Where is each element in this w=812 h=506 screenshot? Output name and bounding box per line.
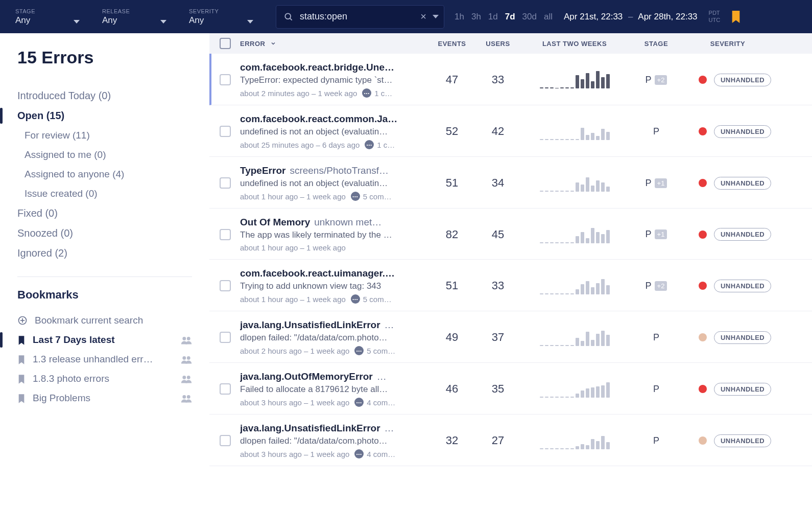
users-count: 33 bbox=[475, 279, 521, 292]
row-checkbox[interactable] bbox=[220, 229, 231, 240]
severity-dot bbox=[699, 385, 707, 393]
filter-release-label: RELEASE bbox=[102, 8, 169, 14]
row-checkbox[interactable] bbox=[220, 74, 231, 85]
row-checkbox[interactable] bbox=[220, 126, 231, 137]
column-stage[interactable]: STAGE bbox=[628, 40, 684, 48]
severity-badge: UNHANDLED bbox=[714, 383, 771, 396]
chevron-down-icon[interactable] bbox=[433, 15, 439, 18]
svg-point-10 bbox=[187, 376, 190, 379]
bookmark-icon bbox=[17, 374, 26, 384]
table-row[interactable]: Out Of Memoryunknown met…The app was lik… bbox=[209, 209, 812, 260]
row-checkbox[interactable] bbox=[220, 332, 231, 343]
row-checkbox[interactable] bbox=[220, 177, 231, 189]
search-input[interactable]: status:open × bbox=[276, 5, 444, 29]
error-message: The app was likely terminated by the … bbox=[240, 230, 429, 240]
row-checkbox[interactable] bbox=[220, 280, 231, 291]
time-range-3h[interactable]: 3h bbox=[471, 12, 481, 22]
stage-cell: P bbox=[628, 332, 684, 343]
comments-count: 5 com… bbox=[367, 347, 395, 355]
table-row[interactable]: com.facebook.react.uimanager.…Trying to … bbox=[209, 260, 812, 311]
comments-icon bbox=[354, 449, 364, 458]
table-row[interactable]: java.lang.OutOfMemoryError…Failed to all… bbox=[209, 363, 812, 415]
time-range-7d[interactable]: 7d bbox=[505, 12, 515, 22]
stage-extra-badge: +1 bbox=[655, 178, 667, 188]
clear-search-icon[interactable]: × bbox=[416, 11, 431, 22]
time-range-1d[interactable]: 1d bbox=[488, 12, 498, 22]
bookmark-label: 1.3 release unhandled err… bbox=[33, 354, 174, 365]
sidebar-item[interactable]: Issue created (0) bbox=[17, 184, 192, 203]
filter-stage[interactable]: STAGE Any bbox=[15, 8, 82, 26]
column-error[interactable]: ERROR bbox=[240, 40, 429, 48]
sidebar-item[interactable]: Assigned to me (0) bbox=[17, 145, 192, 165]
events-count: 51 bbox=[429, 279, 475, 292]
column-events[interactable]: EVENTS bbox=[429, 40, 475, 48]
filter-severity[interactable]: SEVERITY Any bbox=[189, 8, 255, 26]
bookmark-item[interactable]: 1.8.3 photo errors bbox=[17, 369, 192, 388]
table-row[interactable]: java.lang.UnsatisfiedLinkError…dlopen fa… bbox=[209, 415, 812, 466]
users-count: 45 bbox=[475, 228, 521, 241]
filter-release[interactable]: RELEASE Any bbox=[102, 8, 169, 26]
error-title: java.lang.UnsatisfiedLinkError… bbox=[240, 319, 429, 331]
error-time: about 2 minutes ago – 1 week ago bbox=[240, 89, 357, 98]
sidebar-item[interactable]: Snoozed (0) bbox=[17, 223, 192, 243]
severity-badge: UNHANDLED bbox=[714, 228, 771, 241]
table-row[interactable]: com.facebook.react.common.Ja…undefined i… bbox=[209, 105, 812, 157]
error-message: undefined is not an object (evaluatin… bbox=[240, 127, 429, 137]
share-icon[interactable] bbox=[181, 374, 192, 383]
bookmark-item[interactable]: Last 7 Days latest bbox=[17, 330, 192, 350]
bookmark-item[interactable]: Big Problems bbox=[17, 388, 192, 408]
table-row[interactable]: com.facebook.react.bridge.Une…TypeError:… bbox=[209, 54, 812, 105]
severity-badge: UNHANDLED bbox=[714, 280, 771, 292]
sidebar-item[interactable]: Open (15) bbox=[17, 106, 192, 126]
comments-count: 1 c… bbox=[374, 89, 392, 98]
share-icon[interactable] bbox=[181, 394, 192, 403]
stage-extra-badge: +2 bbox=[655, 75, 667, 85]
time-range-picker: 1h3h1d7d30dall bbox=[455, 12, 553, 22]
sparkline bbox=[521, 226, 628, 243]
severity-dot bbox=[699, 436, 707, 445]
error-message: dlopen failed: "/data/data/com.photo… bbox=[240, 333, 429, 343]
bookmark-icon[interactable] bbox=[730, 10, 742, 24]
filter-severity-value: Any bbox=[189, 15, 255, 26]
error-time: about 2 hours ago – 1 week ago bbox=[240, 347, 349, 355]
date-to: Apr 28th, 22:33 bbox=[638, 12, 697, 21]
bookmark-current-search[interactable]: Bookmark current search bbox=[17, 311, 192, 330]
sidebar-item[interactable]: Assigned to anyone (4) bbox=[17, 165, 192, 184]
error-title: com.facebook.react.bridge.Une… bbox=[240, 62, 429, 73]
row-checkbox[interactable] bbox=[220, 383, 231, 395]
sidebar-item[interactable]: Introduced Today (0) bbox=[17, 86, 192, 106]
select-all-checkbox[interactable] bbox=[220, 38, 231, 49]
users-count: 34 bbox=[475, 176, 521, 190]
share-icon[interactable] bbox=[181, 335, 192, 344]
row-checkbox[interactable] bbox=[220, 435, 231, 446]
date-dash: – bbox=[628, 12, 633, 21]
sidebar-item[interactable]: Fixed (0) bbox=[17, 203, 192, 223]
sidebar-item[interactable]: Ignored (2) bbox=[17, 243, 192, 263]
sidebar-item[interactable]: For review (11) bbox=[17, 126, 192, 145]
filter-stage-value: Any bbox=[15, 15, 82, 26]
table-row[interactable]: java.lang.UnsatisfiedLinkError…dlopen fa… bbox=[209, 311, 812, 363]
svg-point-11 bbox=[182, 395, 186, 399]
date-range[interactable]: Apr 21st, 22:33 – Apr 28th, 22:33 bbox=[564, 12, 698, 22]
sparkline bbox=[521, 174, 628, 192]
divider bbox=[17, 277, 192, 277]
error-message: undefined is not an object (evaluatin… bbox=[240, 178, 429, 189]
date-from: Apr 21st, 22:33 bbox=[564, 12, 623, 21]
sparkline bbox=[521, 329, 628, 346]
column-users[interactable]: USERS bbox=[475, 40, 521, 48]
events-count: 32 bbox=[429, 434, 475, 447]
bookmark-item[interactable]: 1.3 release unhandled err… bbox=[17, 350, 192, 369]
share-icon[interactable] bbox=[181, 355, 192, 364]
table-row[interactable]: TypeErrorscreens/PhotoTransf…undefined i… bbox=[209, 157, 812, 209]
filter-severity-label: SEVERITY bbox=[189, 8, 255, 14]
column-severity[interactable]: SEVERITY bbox=[684, 40, 771, 48]
stage-cell: P+1 bbox=[628, 229, 684, 240]
time-range-all[interactable]: all bbox=[544, 12, 553, 22]
time-range-30d[interactable]: 30d bbox=[522, 12, 537, 22]
bookmark-label: Last 7 Days latest bbox=[33, 334, 174, 346]
error-time: about 3 hours ago – 1 week ago bbox=[240, 398, 349, 407]
stage-cell: P+2 bbox=[628, 281, 684, 291]
time-range-1h[interactable]: 1h bbox=[455, 12, 464, 22]
error-time: about 1 hour ago – 1 week ago bbox=[240, 295, 346, 304]
sparkline bbox=[521, 380, 628, 398]
